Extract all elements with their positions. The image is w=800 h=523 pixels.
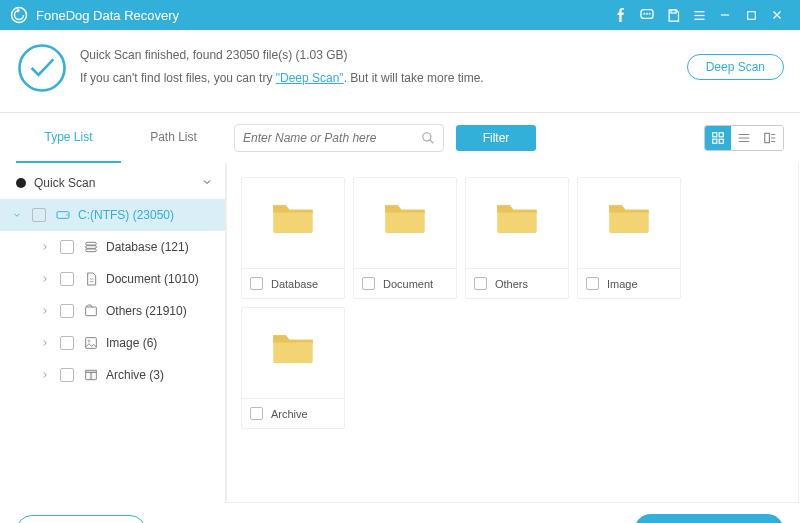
sidebar-tree: Quick Scan C:(NTFS) (23050) Database (12… (0, 163, 226, 503)
checkbox[interactable] (60, 304, 74, 318)
checkbox[interactable] (250, 407, 263, 420)
chevron-down-icon[interactable] (201, 176, 213, 191)
view-toggle (704, 125, 784, 151)
tree-child[interactable]: Others (21910) (0, 295, 225, 327)
folder-card[interactable]: Image (577, 177, 681, 299)
folder-card[interactable]: Document (353, 177, 457, 299)
toolbar: Type List Path List Filter (0, 113, 800, 163)
chevron-right-icon[interactable] (40, 370, 52, 380)
tree-child[interactable]: Archive (3) (0, 359, 225, 391)
svg-point-3 (647, 13, 648, 14)
sidebar-tabs: Type List Path List (16, 113, 226, 163)
file-grid: DatabaseDocumentOthersImageArchive (226, 163, 799, 503)
view-detail-button[interactable] (757, 126, 783, 150)
checkbox[interactable] (362, 277, 375, 290)
svg-point-13 (19, 45, 64, 90)
folder-name: Archive (271, 408, 308, 420)
search-box[interactable] (234, 124, 444, 152)
svg-rect-5 (671, 9, 676, 12)
feedback-icon[interactable] (634, 0, 660, 30)
facebook-icon[interactable] (608, 0, 634, 30)
check-complete-icon (16, 42, 68, 94)
chevron-right-icon[interactable] (40, 242, 52, 252)
svg-point-2 (644, 13, 645, 14)
tree-child-label: Document (1010) (106, 272, 213, 286)
maximize-button[interactable] (738, 0, 764, 30)
menu-icon[interactable] (686, 0, 712, 30)
titlebar: FoneDog Data Recovery (0, 0, 800, 30)
save-icon[interactable] (660, 0, 686, 30)
svg-point-36 (88, 340, 90, 342)
tree-drive-label: C:(NTFS) (23050) (78, 208, 213, 222)
view-grid-button[interactable] (705, 126, 731, 150)
tree-root[interactable]: Quick Scan (0, 167, 225, 199)
checkbox[interactable] (250, 277, 263, 290)
checkbox[interactable] (60, 272, 74, 286)
category-icon (82, 335, 100, 351)
svg-rect-34 (86, 307, 97, 316)
folder-icon (271, 198, 315, 237)
tab-type-list[interactable]: Type List (16, 113, 121, 163)
status-text: . But it will take more time. (344, 71, 484, 85)
status-text: Quick Scan finished, found (80, 48, 226, 62)
recover-button[interactable]: Recover (634, 514, 784, 523)
tree-child[interactable]: Document (1010) (0, 263, 225, 295)
footer: Back Recover (0, 503, 800, 523)
svg-rect-31 (86, 249, 97, 252)
checkbox[interactable] (60, 368, 74, 382)
filter-button[interactable]: Filter (456, 125, 536, 151)
tree-root-label: Quick Scan (34, 176, 201, 190)
view-list-button[interactable] (731, 126, 757, 150)
folder-card[interactable]: Others (465, 177, 569, 299)
category-icon (82, 367, 100, 383)
chevron-down-icon[interactable] (12, 210, 24, 220)
svg-rect-35 (86, 338, 97, 349)
folder-icon (607, 198, 651, 237)
checkbox[interactable] (60, 240, 74, 254)
chevron-right-icon[interactable] (40, 306, 52, 316)
chevron-right-icon[interactable] (40, 274, 52, 284)
status-text: If you can't find lost files, you can tr… (80, 71, 276, 85)
status-panel: Quick Scan finished, found 23050 file(s)… (0, 30, 800, 113)
tree-drive[interactable]: C:(NTFS) (23050) (0, 199, 225, 231)
deep-scan-link[interactable]: "Deep Scan" (276, 71, 344, 85)
folder-name: Database (271, 278, 318, 290)
folder-icon (271, 328, 315, 367)
svg-rect-16 (713, 133, 717, 137)
tree-child-label: Database (121) (106, 240, 213, 254)
drive-icon (54, 207, 72, 223)
tree-child-label: Image (6) (106, 336, 213, 350)
folder-icon (495, 198, 539, 237)
svg-point-14 (423, 133, 431, 141)
close-button[interactable] (764, 0, 790, 30)
status-text: file(s) ( (259, 48, 299, 62)
folder-card[interactable]: Database (241, 177, 345, 299)
status-message: Quick Scan finished, found 23050 file(s)… (80, 40, 687, 90)
category-icon (82, 271, 100, 287)
checkbox[interactable] (60, 336, 74, 350)
tree-child[interactable]: Image (6) (0, 327, 225, 359)
chevron-right-icon[interactable] (40, 338, 52, 348)
folder-name: Others (495, 278, 528, 290)
tree-child[interactable]: Database (121) (0, 231, 225, 263)
checkbox[interactable] (474, 277, 487, 290)
minimize-button[interactable] (712, 0, 738, 30)
svg-rect-23 (765, 133, 770, 142)
total-size: 1.03 GB (299, 48, 343, 62)
svg-rect-18 (713, 139, 717, 143)
svg-rect-38 (86, 370, 97, 372)
status-text: ) (344, 48, 348, 62)
search-icon (421, 131, 435, 145)
checkbox[interactable] (586, 277, 599, 290)
category-icon (82, 239, 100, 255)
search-input[interactable] (243, 131, 421, 145)
svg-point-4 (649, 13, 650, 14)
folder-card[interactable]: Archive (241, 307, 345, 429)
back-button[interactable]: Back (16, 515, 146, 523)
checkbox[interactable] (32, 208, 46, 222)
deep-scan-button[interactable]: Deep Scan (687, 54, 784, 80)
svg-rect-30 (86, 246, 97, 249)
tab-path-list[interactable]: Path List (121, 113, 226, 163)
main-area: Quick Scan C:(NTFS) (23050) Database (12… (0, 163, 800, 503)
app-logo-icon (10, 6, 28, 24)
